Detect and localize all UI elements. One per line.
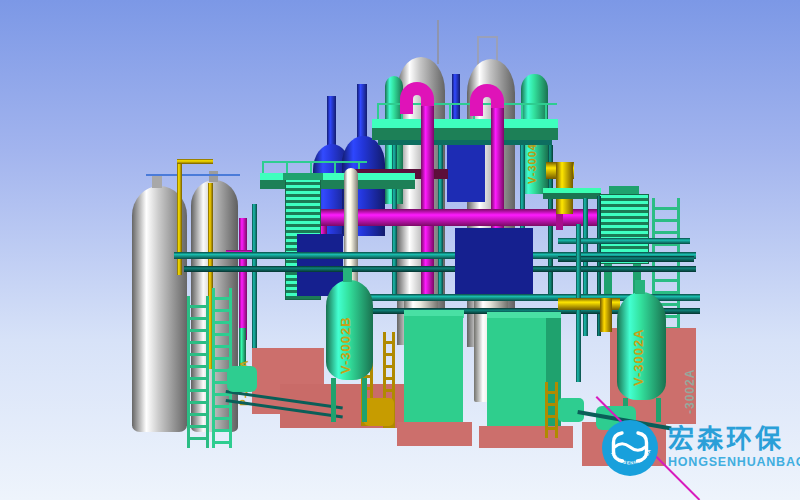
label-3002a-gray: -3002A bbox=[684, 344, 699, 414]
green-box-2 bbox=[487, 318, 546, 428]
label-v3002b: V-3002B bbox=[339, 288, 357, 374]
left-frame-1 bbox=[187, 296, 209, 448]
right-deck-piece bbox=[543, 188, 601, 199]
logo-cn-text: 宏森环保 bbox=[668, 426, 800, 453]
hongsen-logo-icon: HONGSENHUANBAO bbox=[601, 419, 659, 477]
right-phe-lug bbox=[609, 186, 639, 194]
blue-panel-lower bbox=[455, 228, 533, 296]
left-phe-cap bbox=[283, 173, 323, 180]
logo-text-block: 宏森环保 HONGSENHUANBAO bbox=[668, 426, 800, 470]
gold-pump-right-tower bbox=[545, 382, 558, 438]
left-pump bbox=[227, 366, 257, 392]
gold-pipe-right-v bbox=[600, 298, 612, 332]
company-logo: HONGSENHUANBAO 宏森环保 HONGSENHUANBAO bbox=[601, 419, 800, 477]
antenna-line bbox=[437, 20, 439, 64]
plant-3d-render: V-3004AP-3004AV-3002B-3002AV-3002A HONGS… bbox=[0, 0, 800, 500]
upper-deck bbox=[372, 119, 558, 140]
v3002b-leg-2 bbox=[362, 378, 367, 422]
tank-gold-pipe-h bbox=[177, 159, 213, 164]
tank-b-nozzle bbox=[209, 171, 218, 182]
v3002a-nozzle bbox=[635, 280, 645, 294]
v3002b-leg-1 bbox=[331, 378, 336, 422]
blue-panel-upper bbox=[447, 138, 485, 202]
gold-pump-center bbox=[364, 398, 394, 426]
tank-top-pipe bbox=[146, 174, 240, 176]
green-box-1 bbox=[404, 316, 463, 428]
label-v3002a: V-3002A bbox=[632, 300, 650, 386]
v3002b-nozzle bbox=[343, 268, 352, 282]
teal-pipe-2 bbox=[184, 266, 696, 272]
tank-a-nozzle bbox=[152, 176, 162, 188]
upper-deck-beam bbox=[378, 140, 552, 145]
plinth-2 bbox=[479, 426, 573, 448]
plinth-1 bbox=[397, 422, 472, 446]
logo-en-text: HONGSENHUANBAO bbox=[668, 455, 800, 470]
